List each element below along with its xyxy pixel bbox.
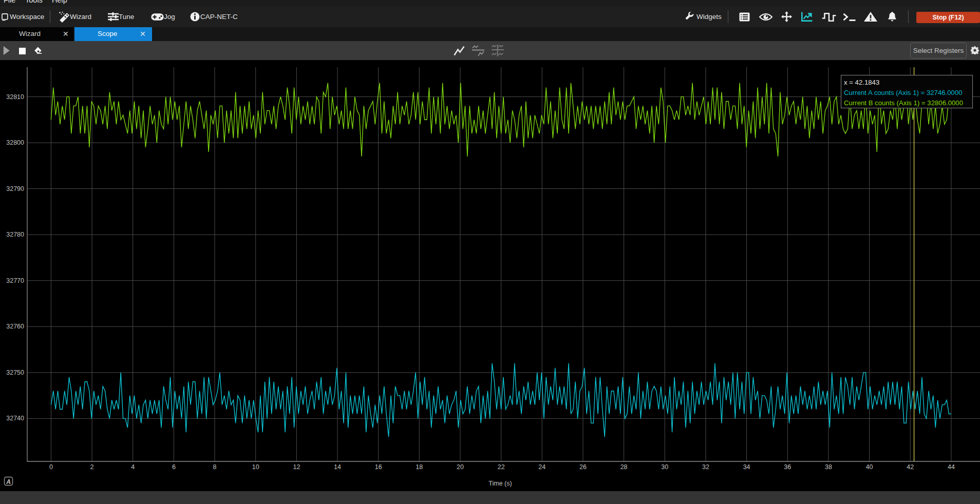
svg-text:32760: 32760 [6,323,24,330]
svg-text:26: 26 [579,463,587,471]
svg-text:32780: 32780 [6,231,24,238]
svg-text:x = 42.1843: x = 42.1843 [844,79,879,86]
svg-text:2: 2 [90,463,94,471]
svg-text:18: 18 [416,463,423,471]
svg-text:30: 30 [661,463,668,471]
svg-text:34: 34 [743,463,750,471]
svg-text:38: 38 [825,463,832,471]
svg-text:32810: 32810 [6,93,24,101]
svg-text:28: 28 [620,463,628,471]
svg-text:Time (s): Time (s) [488,480,512,487]
svg-text:6: 6 [172,463,176,471]
svg-text:32740: 32740 [6,415,24,422]
svg-text:44: 44 [948,463,955,471]
svg-text:10: 10 [252,463,259,471]
svg-text:22: 22 [498,463,505,471]
svg-text:Current A counts (Axis 1) = 32: Current A counts (Axis 1) = 32746.0000 [844,89,963,96]
svg-text:14: 14 [334,463,341,471]
svg-text:42: 42 [907,463,914,471]
svg-text:24: 24 [538,463,545,471]
svg-text:40: 40 [866,463,873,471]
svg-text:Current B counts (Axis 1) = 32: Current B counts (Axis 1) = 32806.0000 [844,99,963,107]
svg-text:8: 8 [213,463,217,471]
svg-text:32750: 32750 [6,369,24,376]
svg-text:12: 12 [293,463,300,471]
svg-text:0: 0 [49,463,53,471]
svg-text:A: A [6,478,11,486]
svg-text:36: 36 [784,463,791,471]
svg-text:16: 16 [375,463,382,471]
svg-text:4: 4 [131,463,135,471]
svg-text:32: 32 [702,463,709,471]
svg-text:32770: 32770 [6,277,24,284]
svg-text:32800: 32800 [6,139,24,146]
svg-text:32790: 32790 [6,185,24,192]
svg-text:20: 20 [457,463,464,471]
